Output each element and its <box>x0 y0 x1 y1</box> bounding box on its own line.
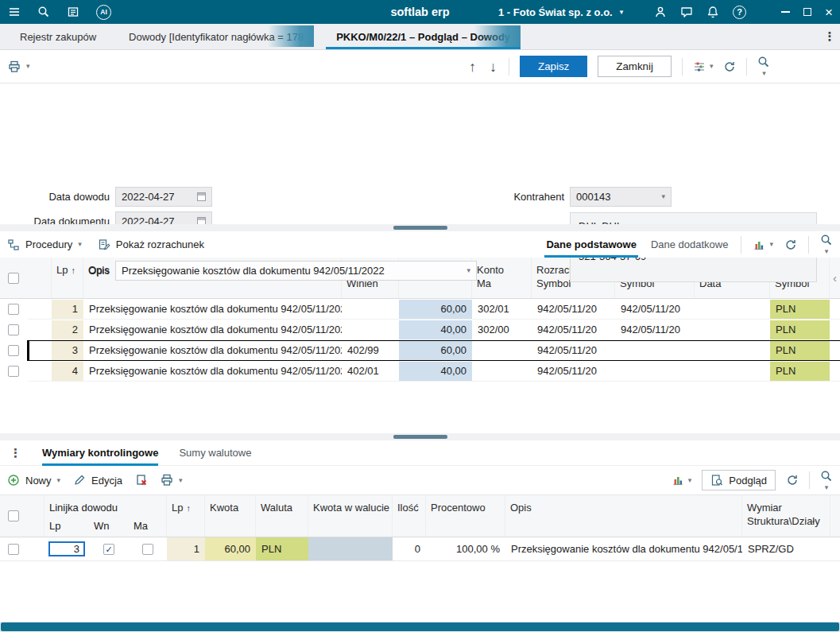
user-icon[interactable] <box>654 6 667 18</box>
chevron-down-icon: ▾ <box>688 477 692 484</box>
chart-button[interactable]: ▾ <box>672 474 692 487</box>
wn-checkbox[interactable]: ✓ <box>103 544 114 555</box>
tab-pkko-podglad[interactable]: PKKO/M0/22/1 – Podgląd – Dowody <box>326 24 521 49</box>
refresh-button[interactable] <box>784 238 797 251</box>
preview-button[interactable]: Podgląd <box>702 470 776 490</box>
tab-label: Wymiary kontrolingowe <box>42 447 158 459</box>
row-select-checkbox[interactable] <box>8 304 19 315</box>
group-label: Linijka dowodu <box>45 495 166 514</box>
refresh-button[interactable] <box>786 474 799 487</box>
tab-dowody[interactable]: Dowody [Identyfikator nagłówka = 178 <box>118 24 314 49</box>
grid-row[interactable]: 1 Przeksięgowanie kosztów dla dokumentu … <box>0 299 840 320</box>
row-select-checkbox[interactable] <box>8 324 19 335</box>
column-search-button[interactable]: ▾ <box>820 470 833 491</box>
edit-button[interactable]: Edycja <box>73 474 122 487</box>
panel-menu-icon[interactable]: ⋮ <box>10 446 21 460</box>
menu-icon[interactable] <box>8 6 21 18</box>
tabbar-overflow-menu[interactable]: ⋮ <box>819 24 840 49</box>
grid-row[interactable]: 2 Przeksięgowanie kosztów dla dokumentu … <box>0 320 840 340</box>
column-header-kwota-w-walucie[interactable]: Kwota w walucie <box>308 495 393 537</box>
documents-icon[interactable] <box>67 6 79 18</box>
procedures-button[interactable]: Procedury ▾ <box>7 238 82 251</box>
tab-wymiary-kontrolingowe[interactable]: Wymiary kontrolingowe <box>42 440 158 466</box>
scrollbar-thumb[interactable] <box>1 622 839 631</box>
collapse-panel-icon[interactable]: ‹ <box>830 258 840 298</box>
column-header-wymiar[interactable]: WymiarStruktura\Działy <box>742 495 830 537</box>
select-all-cell <box>0 495 27 537</box>
tab-dane-dodatkowe[interactable]: Dane dodatkowe <box>649 231 730 258</box>
scrollbar-thumb[interactable] <box>393 226 447 230</box>
minimize-button[interactable] <box>781 11 790 13</box>
row-select-checkbox[interactable] <box>8 366 19 377</box>
column-header-kwota[interactable]: Kwota <box>205 495 256 537</box>
horizontal-scrollbar-middle[interactable] <box>0 433 840 440</box>
new-button[interactable]: Nowy ▾ <box>7 474 60 487</box>
chevron-down-icon: ▾ <box>825 484 829 491</box>
column-header-ilosc[interactable]: Ilość <box>393 495 426 537</box>
row-select-checkbox[interactable] <box>8 544 19 555</box>
column-header-waluta[interactable]: Waluta <box>256 495 308 537</box>
delete-button[interactable] <box>135 474 148 487</box>
linijka-lp-input[interactable]: 3 <box>48 541 85 556</box>
ma-checkbox[interactable] <box>142 544 153 555</box>
company-selector[interactable]: 1 - Foto Świat sp. z o.o. ▾ <box>498 0 623 24</box>
save-button[interactable]: Zapisz <box>520 56 587 77</box>
previous-record-button[interactable]: ↑ <box>467 60 478 74</box>
marker-column-header <box>27 495 45 537</box>
select-all-checkbox[interactable] <box>8 510 19 521</box>
cell-klasyfikator-symbol <box>615 362 695 381</box>
tab-rejestr-zakupow[interactable]: Rejestr zakupów <box>10 24 106 49</box>
column-header-konto-ma[interactable]: KontoMa <box>472 258 532 298</box>
refresh-button[interactable] <box>723 60 736 73</box>
search-icon[interactable] <box>37 6 50 18</box>
opis-field[interactable]: Przeksięgowanie kosztów dla dokumentu 94… <box>115 261 477 281</box>
column-header-ma[interactable]: Ma <box>129 519 167 533</box>
maximize-button[interactable] <box>803 8 811 16</box>
ai-assistant-icon[interactable]: AI <box>96 5 111 20</box>
tab-dane-podstawowe[interactable]: Dane podstawowe <box>544 231 637 258</box>
show-settlement-button[interactable]: Pokaż rozrachunek <box>98 238 204 251</box>
cell-wn: ✓ <box>89 537 129 560</box>
row-select-checkbox[interactable] <box>8 345 19 356</box>
chart-button[interactable]: ▾ <box>753 238 773 251</box>
column-header-wn[interactable]: Wn <box>89 519 129 533</box>
cell-rozrachunek-data <box>695 362 770 381</box>
column-header-lp[interactable]: Lp↑ <box>167 495 205 537</box>
horizontal-scrollbar-top[interactable] <box>0 224 840 231</box>
print-button[interactable]: ▾ <box>8 60 30 73</box>
grid-row[interactable]: 3 ✓ 1 60,00 PLN 0 100,00 % Przeksięgowan… <box>0 537 840 561</box>
app-title: softlab erp <box>390 0 449 24</box>
scrollbar-thumb[interactable] <box>393 435 447 439</box>
grid-row[interactable]: 4 Przeksięgowanie kosztów dla dokumentu … <box>0 361 840 382</box>
next-record-button[interactable]: ↓ <box>488 60 498 74</box>
column-header-procentowo[interactable]: Procentowo <box>426 495 505 537</box>
cell-rozrachunek-symbol: 942/05/11/20 <box>532 320 615 339</box>
chat-icon[interactable] <box>680 6 693 18</box>
calendar-icon <box>197 192 206 201</box>
cell-lp: 4 <box>52 362 83 381</box>
help-icon[interactable]: ? <box>733 6 746 19</box>
bell-icon[interactable] <box>706 6 719 18</box>
edit-icon <box>73 474 86 487</box>
close-document-button[interactable]: Zamknij <box>598 56 672 77</box>
check-icon: ✓ <box>105 538 112 560</box>
close-button[interactable]: × <box>825 6 833 19</box>
tab-sumy-walutowe[interactable]: Sumy walutowe <box>179 440 251 466</box>
data-dowodu-field[interactable]: 2022-04-27 <box>115 187 212 207</box>
column-header-opis[interactable]: Opis <box>505 495 742 537</box>
column-search-button[interactable]: ▾ <box>820 234 833 255</box>
view-settings-button[interactable]: ▾ <box>693 60 714 73</box>
column-header-linijka-lp[interactable]: Lp <box>45 519 89 533</box>
grid-header: Linijka dowodu Lp Wn Ma Lp↑ Kwota Waluta… <box>0 494 840 537</box>
grid-row-selected[interactable]: 3 Przeksięgowanie kosztów dla dokumentu … <box>0 340 840 361</box>
kontrahent-field[interactable]: 000143 ▾ <box>570 187 672 207</box>
cell-konto-ma <box>472 341 532 360</box>
column-search-button[interactable]: ▾ <box>757 56 770 77</box>
print-button[interactable]: ▾ <box>161 474 183 487</box>
cell-rozrachunek-symbol: 942/05/11/20 <box>532 300 615 319</box>
cell-procentowo: 100,00 % <box>426 537 505 560</box>
tab-label: Sumy walutowe <box>179 447 251 459</box>
cell-rozrachunek-data <box>695 300 770 319</box>
cell-lp: 1 <box>167 537 205 560</box>
horizontal-scrollbar-bottom[interactable] <box>0 622 840 632</box>
